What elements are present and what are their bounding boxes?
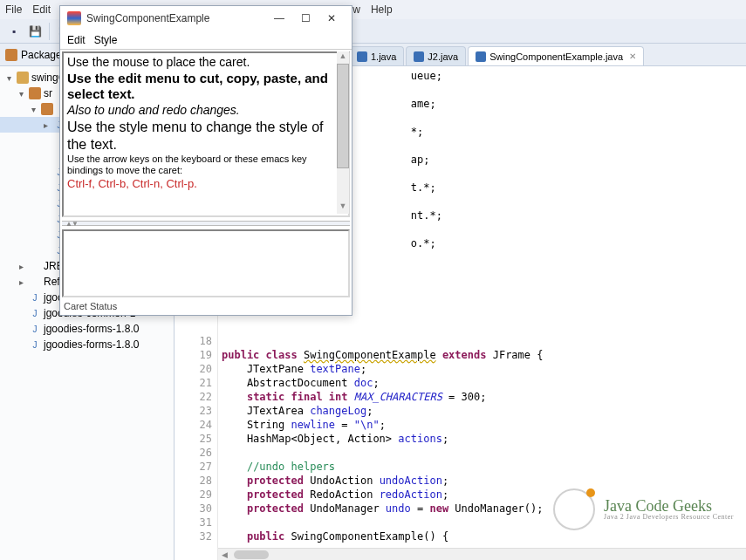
new-icon[interactable]: ▪ (5, 23, 23, 40)
textpane-line: Use the edit menu to cut, copy, paste, a… (67, 71, 345, 104)
lib-icon (29, 276, 41, 288)
expand-icon[interactable]: ▸ (40, 120, 51, 130)
textpane-line: Use the style menu to change the style o… (67, 119, 345, 154)
swing-titlebar[interactable]: SwingComponentExample — ☐ ✕ (60, 6, 352, 31)
watermark-title: Java Code Geeks (604, 498, 734, 514)
tab-j2-java[interactable]: J2.java (406, 46, 466, 65)
package-icon (5, 49, 17, 61)
expand-icon[interactable]: ▾ (3, 73, 14, 83)
swing-title-text: SwingComponentExample (86, 12, 209, 24)
tree-item-label: sr (44, 87, 52, 99)
java-icon (357, 51, 367, 62)
tree-item-label: jgoodies-forms-1.8.0 (44, 323, 139, 335)
splitter-arrows-icon: ▲▼ (65, 220, 78, 228)
close-icon[interactable]: ✕ (629, 51, 636, 61)
textpane-line: Also to undo and redo changes. (67, 103, 345, 119)
java-icon: J (29, 307, 41, 319)
watermark-logo-icon (553, 488, 595, 530)
pkg-icon (41, 103, 53, 115)
tree-item[interactable]: Jjgoodies-forms-1.8.0 (0, 337, 174, 352)
maximize-button[interactable]: ☐ (292, 12, 318, 24)
scroll-thumb[interactable] (234, 550, 269, 559)
scroll-left-icon[interactable]: ◀ (218, 550, 230, 559)
expand-icon[interactable]: ▾ (16, 89, 26, 99)
save-icon[interactable]: 💾 (26, 23, 44, 40)
swing-menubar: Edit Style (60, 31, 352, 50)
textpane-line: Ctrl-f, Ctrl-b, Ctrl-n, Ctrl-p. (67, 177, 345, 191)
java-icon (476, 51, 486, 62)
watermark: Java Code Geeks Java 2 Java Developers R… (553, 488, 734, 530)
java-icon: J (29, 291, 41, 304)
pkg-icon (29, 87, 41, 99)
java-icon: J (29, 338, 41, 351)
swing-changelog[interactable] (62, 229, 350, 297)
scroll-down-icon[interactable]: ▼ (337, 201, 349, 214)
h-scrollbar[interactable]: ◀ (218, 548, 746, 560)
expand-icon[interactable]: ▸ (16, 262, 26, 271)
tab-label: 1.java (371, 51, 396, 62)
scroll-thumb[interactable] (337, 64, 349, 168)
scroll-up-icon[interactable]: ▲ (337, 51, 349, 64)
menu-edit[interactable]: Edit (32, 3, 51, 16)
expand-icon[interactable]: ▸ (16, 277, 26, 287)
swing-vscrollbar[interactable]: ▲ ▼ (337, 51, 349, 214)
close-button[interactable]: ✕ (318, 12, 345, 24)
textpane-line: Use the mouse to place the caret. (67, 55, 345, 71)
tab-1-java[interactable]: 1.java (349, 46, 404, 65)
swing-menu-edit[interactable]: Edit (67, 34, 86, 46)
java-icon: J (29, 323, 41, 335)
swing-textpane[interactable]: Use the mouse to place the caret. Use th… (62, 51, 350, 217)
swing-application-window[interactable]: SwingComponentExample — ☐ ✕ Edit Style U… (59, 5, 352, 316)
menu-file[interactable]: File (5, 3, 22, 16)
proj-icon (17, 72, 29, 84)
watermark-subtitle: Java 2 Java Developers Resource Center (604, 514, 734, 521)
menu-help[interactable]: Help (371, 3, 393, 16)
expand-icon[interactable]: ▾ (28, 105, 38, 114)
swing-statusbar: Caret Status (60, 299, 352, 315)
tree-item-label: jgoodies-forms-1.8.0 (44, 338, 139, 351)
tab-swingcomponentexample[interactable]: SwingComponentExample.java ✕ (468, 46, 644, 65)
tab-label: J2.java (428, 51, 458, 62)
swing-splitter[interactable]: ▲▼ (62, 221, 350, 226)
swing-menu-style[interactable]: Style (94, 34, 118, 46)
textpane-line: Use the arrow keys on the keyboard or th… (67, 154, 345, 178)
tree-item[interactable]: Jjgoodies-forms-1.8.0 (0, 321, 174, 337)
java-icon (414, 51, 424, 62)
separator (49, 23, 50, 40)
scroll-track[interactable] (337, 168, 349, 201)
lib-icon (29, 260, 41, 272)
tab-label: SwingComponentExample.java (489, 51, 623, 62)
minimize-button[interactable]: — (266, 12, 292, 24)
java-logo-icon (67, 11, 81, 25)
